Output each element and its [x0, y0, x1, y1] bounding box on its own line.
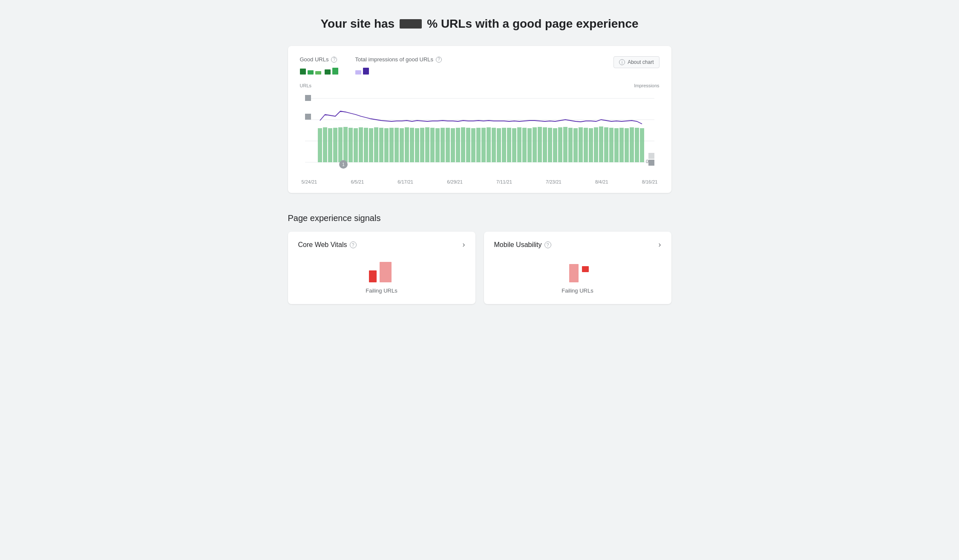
- svg-rect-72: [648, 153, 654, 159]
- good-urls-squares: [300, 64, 338, 75]
- mobile-usability-card[interactable]: Mobile Usability ? › Failing URLs: [484, 232, 671, 304]
- signals-grid: Core Web Vitals ? › Failing URLs: [288, 232, 671, 304]
- hero-prefix: Your site has: [320, 17, 395, 31]
- core-web-vitals-chevron-icon: ›: [463, 240, 465, 249]
- signals-section-title: Page experience signals: [288, 213, 671, 223]
- svg-rect-60: [599, 126, 603, 162]
- good-urls-sq-1: [300, 69, 306, 75]
- svg-rect-14: [364, 128, 368, 162]
- redacted-value: [400, 19, 422, 29]
- impressions-help-icon[interactable]: ?: [436, 57, 442, 63]
- svg-rect-31: [451, 128, 455, 162]
- svg-rect-50: [548, 128, 552, 162]
- svg-rect-33: [461, 127, 465, 162]
- svg-rect-75: [369, 270, 377, 282]
- mobile-usability-title: Mobile Usability ?: [494, 241, 551, 249]
- core-web-vitals-title: Core Web Vitals ?: [298, 241, 357, 249]
- good-urls-help-icon[interactable]: ?: [331, 57, 337, 63]
- svg-rect-67: [635, 128, 639, 162]
- main-container: Your site has % URLs with a good page ex…: [288, 17, 671, 304]
- x-label-6: 8/4/21: [595, 179, 608, 184]
- chart-area: URLs Impressions 0: [300, 83, 659, 184]
- mobile-usability-header: Mobile Usability ? ›: [494, 240, 661, 249]
- urls-axis-label: URLs: [300, 83, 312, 88]
- chart-svg-wrapper: 0: [300, 90, 659, 184]
- chart-svg: 0: [300, 90, 659, 175]
- good-urls-sq-4: [325, 69, 331, 75]
- about-chart-button[interactable]: i About chart: [613, 56, 659, 68]
- svg-rect-77: [569, 264, 579, 282]
- svg-rect-44: [517, 127, 521, 162]
- svg-rect-6: [323, 127, 327, 162]
- svg-text:1: 1: [342, 162, 345, 167]
- svg-rect-70: [305, 114, 311, 120]
- svg-rect-17: [379, 128, 383, 162]
- impressions-squares: [355, 64, 442, 75]
- x-label-7: 8/16/21: [642, 179, 658, 184]
- x-label-0: 5/24/21: [302, 179, 317, 184]
- x-label-1: 6/5/21: [351, 179, 364, 184]
- svg-rect-15: [369, 128, 373, 162]
- good-urls-sq-2: [308, 70, 314, 75]
- core-web-vitals-svg: [356, 258, 407, 283]
- svg-rect-30: [446, 128, 450, 162]
- x-label-4: 7/11/21: [496, 179, 512, 184]
- svg-rect-23: [410, 128, 414, 162]
- svg-rect-38: [487, 127, 491, 162]
- mobile-usability-failing-label: Failing URLs: [562, 287, 593, 294]
- svg-rect-62: [609, 128, 613, 162]
- svg-rect-64: [619, 128, 624, 162]
- svg-rect-22: [405, 127, 409, 162]
- svg-text:0: 0: [646, 159, 648, 164]
- good-urls-sq-3: [315, 71, 321, 75]
- impressions-axis-label: Impressions: [634, 83, 659, 88]
- core-web-vitals-help-icon[interactable]: ?: [350, 241, 357, 248]
- svg-rect-29: [441, 128, 445, 162]
- svg-rect-59: [594, 127, 598, 162]
- core-web-vitals-card[interactable]: Core Web Vitals ? › Failing URLs: [288, 232, 475, 304]
- svg-rect-7: [328, 128, 332, 162]
- svg-rect-42: [507, 128, 511, 162]
- svg-rect-34: [466, 128, 470, 162]
- svg-rect-13: [359, 127, 363, 162]
- svg-rect-18: [384, 128, 389, 162]
- svg-rect-37: [481, 128, 486, 162]
- svg-rect-43: [512, 128, 516, 162]
- svg-rect-63: [614, 128, 619, 162]
- impressions-legend: Total impressions of good URLs ?: [355, 56, 442, 75]
- svg-rect-48: [538, 127, 542, 162]
- svg-rect-35: [471, 128, 475, 162]
- svg-rect-69: [305, 95, 311, 101]
- good-urls-sq-5: [332, 68, 338, 75]
- svg-rect-19: [389, 128, 394, 162]
- svg-rect-27: [430, 128, 435, 162]
- signals-section: Page experience signals Core Web Vitals …: [288, 213, 671, 304]
- svg-rect-41: [502, 128, 506, 162]
- svg-rect-28: [435, 128, 440, 162]
- mobile-usability-chart: Failing URLs: [494, 258, 661, 294]
- mobile-usability-help-icon[interactable]: ?: [544, 241, 551, 248]
- chart-card: Good URLs ? Total impressions of good UR…: [288, 46, 671, 193]
- svg-rect-76: [380, 262, 392, 282]
- svg-rect-47: [533, 127, 537, 162]
- svg-rect-39: [492, 128, 496, 162]
- svg-rect-16: [374, 127, 378, 162]
- x-label-2: 6/17/21: [397, 179, 413, 184]
- impressions-sq-2: [363, 68, 369, 75]
- svg-rect-55: [573, 128, 578, 162]
- svg-rect-51: [553, 128, 557, 162]
- svg-rect-57: [584, 128, 588, 162]
- svg-rect-12: [354, 128, 358, 162]
- svg-rect-20: [395, 128, 399, 162]
- core-web-vitals-chart: Failing URLs: [298, 258, 465, 294]
- chart-x-labels: 5/24/21 6/5/21 6/17/21 6/29/21 7/11/21 7…: [300, 179, 659, 184]
- svg-rect-5: [318, 128, 322, 162]
- svg-rect-78: [582, 266, 589, 272]
- core-web-vitals-failing-label: Failing URLs: [366, 287, 397, 294]
- svg-rect-8: [333, 128, 337, 162]
- svg-rect-49: [543, 127, 547, 162]
- svg-rect-36: [476, 128, 481, 162]
- x-label-5: 7/23/21: [546, 179, 562, 184]
- svg-rect-68: [640, 128, 644, 162]
- svg-rect-45: [522, 128, 527, 162]
